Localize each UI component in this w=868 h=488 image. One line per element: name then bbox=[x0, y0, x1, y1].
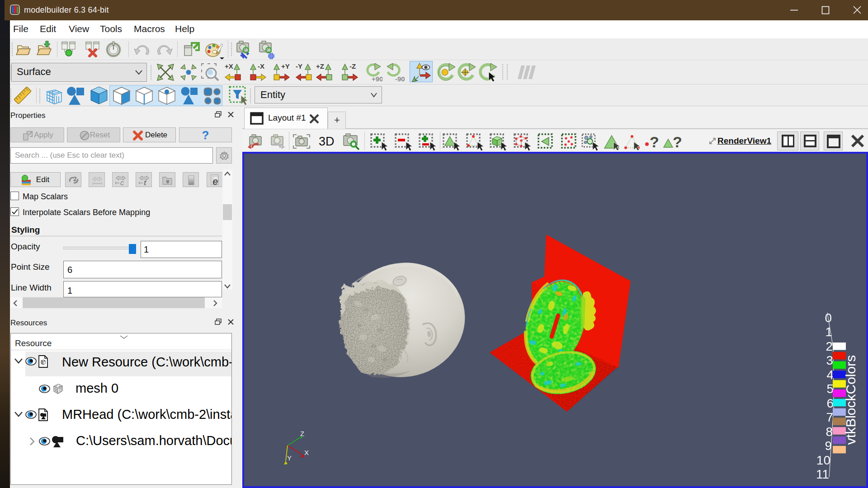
svg-text:2: 2 bbox=[73, 175, 77, 183]
svg-text:Z: Z bbox=[300, 430, 304, 437]
svg-text:5: 5 bbox=[826, 382, 834, 396]
svg-text:2: 2 bbox=[826, 339, 833, 353]
svg-text:X: X bbox=[304, 449, 309, 456]
svg-text:?: ? bbox=[650, 133, 659, 150]
svg-text:3: 3 bbox=[826, 353, 833, 367]
svg-text:+Y: +Y bbox=[281, 62, 290, 70]
svg-text:Y: Y bbox=[287, 454, 292, 462]
svg-text:t: t bbox=[144, 179, 146, 186]
svg-text:c: c bbox=[120, 179, 124, 186]
svg-text:+Z: +Z bbox=[316, 62, 324, 70]
svg-text:+90: +90 bbox=[372, 75, 382, 82]
svg-text:10: 10 bbox=[816, 453, 830, 467]
svg-text:-X: -X bbox=[258, 62, 264, 70]
svg-text:11: 11 bbox=[816, 467, 829, 481]
svg-text:4: 4 bbox=[826, 368, 834, 382]
svg-text:7: 7 bbox=[826, 410, 833, 424]
svg-text:-Z: -Z bbox=[349, 62, 356, 70]
svg-text:-Y: -Y bbox=[296, 62, 302, 70]
svg-text:vtkBlockColors: vtkBlockColors bbox=[843, 355, 858, 445]
svg-text:-90: -90 bbox=[395, 75, 405, 82]
svg-text:e: e bbox=[212, 176, 218, 187]
svg-text:6: 6 bbox=[826, 396, 834, 410]
svg-text:?: ? bbox=[673, 133, 682, 150]
svg-text:+X: +X bbox=[225, 62, 233, 70]
